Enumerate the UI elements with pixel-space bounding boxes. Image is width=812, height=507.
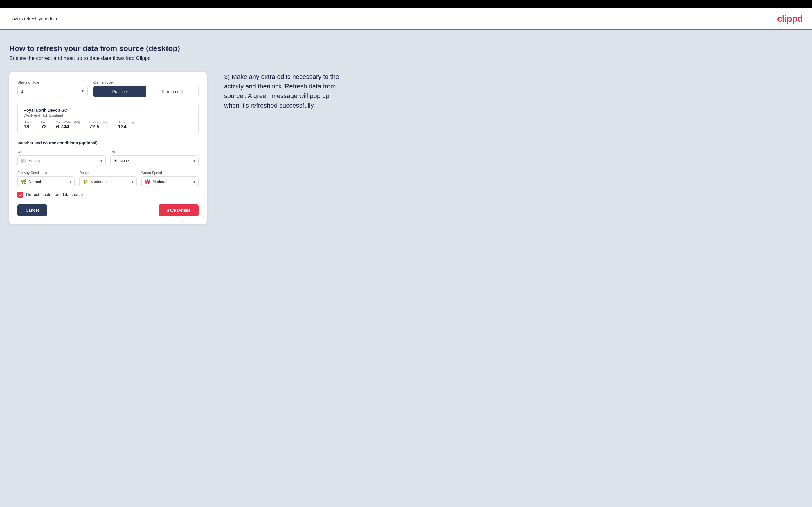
refresh-label: Refresh shots from data source <box>26 192 83 197</box>
instruction-panel: 3) Make any extra edits necessary to the… <box>224 72 340 110</box>
starting-hole-field: Starting Hole 1 ▼ <box>17 80 88 97</box>
green-speed-label: Green Speed <box>141 171 199 175</box>
holes-value: 18 <box>23 124 32 130</box>
course-rating-stat: Course rating 72.5 <box>89 120 108 130</box>
course-name: Royal North Devon GC, <box>23 108 193 113</box>
slope-stat: Slope rating 134 <box>118 120 135 130</box>
refresh-checkbox[interactable] <box>17 192 23 198</box>
game-type-label: Game Type <box>94 80 199 84</box>
wind-field: Wind 💨 Strong ▼ <box>17 150 106 166</box>
page-title: How to refresh your data from source (de… <box>9 44 803 53</box>
starting-hole-label: Starting Hole <box>17 80 88 84</box>
save-button[interactable]: Save Details <box>158 205 199 216</box>
wind-select[interactable]: 💨 Strong ▼ <box>17 156 106 166</box>
starting-hole-select[interactable]: 1 ▼ <box>17 86 88 96</box>
yards-stat: Yards/White (M)) 6,744 <box>56 120 80 130</box>
cancel-button[interactable]: Cancel <box>17 205 47 216</box>
rain-label: Rain <box>110 150 199 154</box>
rain-field: Rain ☀ None ▼ <box>110 150 199 166</box>
holes-label: Holes <box>23 120 32 124</box>
conditions-row-2: Fairway Conditions 🌿 Normal ▼ Rough 🌾 <box>17 171 199 187</box>
edit-card: Starting Hole 1 ▼ Game Type Practice Tou… <box>9 72 207 224</box>
yards-value: 6,744 <box>56 124 80 130</box>
green-speed-field: Green Speed 🎯 Moderate ▼ <box>141 171 199 187</box>
course-info-box: Royal North Devon GC, Westward Ho!, Engl… <box>17 103 199 135</box>
logo: clippd <box>777 13 803 24</box>
par-value: 72 <box>41 124 47 130</box>
rain-icon: ☀ <box>113 158 117 164</box>
game-type-toggle: Practice Tournament <box>94 86 199 97</box>
fairway-label: Fairway Conditions <box>17 171 74 175</box>
course-rating-label: Course rating <box>89 120 108 124</box>
button-row: Cancel Save Details <box>17 205 199 216</box>
green-speed-select[interactable]: 🎯 Moderate ▼ <box>141 176 199 187</box>
green-speed-icon: 🎯 <box>145 179 150 184</box>
par-stat: Par 72 <box>41 120 47 130</box>
practice-button[interactable]: Practice <box>94 86 146 97</box>
fairway-input[interactable]: Normal <box>29 179 71 184</box>
header-title: How to refresh your data <box>9 16 57 21</box>
rough-icon: 🌾 <box>83 179 88 184</box>
content-row: Starting Hole 1 ▼ Game Type Practice Tou… <box>9 72 803 224</box>
course-rating-value: 72.5 <box>89 124 108 130</box>
slope-value: 134 <box>118 124 135 130</box>
fairway-select[interactable]: 🌿 Normal ▼ <box>17 176 74 187</box>
header: How to refresh your data clippd <box>0 8 812 30</box>
fairway-field: Fairway Conditions 🌿 Normal ▼ <box>17 171 74 187</box>
course-stats: Holes 18 Par 72 Yards/White (M)) 6,744 C… <box>23 120 193 130</box>
tournament-button[interactable]: Tournament <box>146 86 199 97</box>
green-speed-input[interactable]: Moderate <box>153 179 195 184</box>
conditions-row-1: Wind 💨 Strong ▼ Rain ☀ None <box>17 150 199 166</box>
main-content: How to refresh your data from source (de… <box>0 30 812 507</box>
instruction-text: 3) Make any extra edits necessary to the… <box>224 72 340 110</box>
rough-field: Rough 🌾 Moderate ▼ <box>79 171 137 187</box>
wind-icon: 💨 <box>20 158 27 164</box>
rough-label: Rough <box>79 171 137 175</box>
wind-input[interactable]: Strong <box>29 159 102 163</box>
wind-label: Wind <box>17 150 106 154</box>
rain-select[interactable]: ☀ None ▼ <box>110 156 199 166</box>
refresh-checkbox-row: Refresh shots from data source <box>17 192 199 198</box>
fairway-icon: 🌿 <box>20 179 27 184</box>
rough-select[interactable]: 🌾 Moderate ▼ <box>79 176 137 187</box>
course-location: Westward Ho!, England <box>23 113 193 117</box>
par-label: Par <box>41 120 47 124</box>
rain-input[interactable]: None <box>120 159 195 163</box>
starting-hole-input[interactable]: 1 <box>21 89 84 94</box>
slope-label: Slope rating <box>118 120 135 124</box>
top-fields-row: Starting Hole 1 ▼ Game Type Practice Tou… <box>17 80 199 97</box>
yards-label: Yards/White (M)) <box>56 120 80 124</box>
rough-input[interactable]: Moderate <box>91 179 133 184</box>
page-subtitle: Ensure the correct and most up to date d… <box>9 55 803 61</box>
conditions-title: Weather and course conditions (optional) <box>17 141 199 145</box>
game-type-field: Game Type Practice Tournament <box>94 80 199 97</box>
holes-stat: Holes 18 <box>23 120 32 130</box>
